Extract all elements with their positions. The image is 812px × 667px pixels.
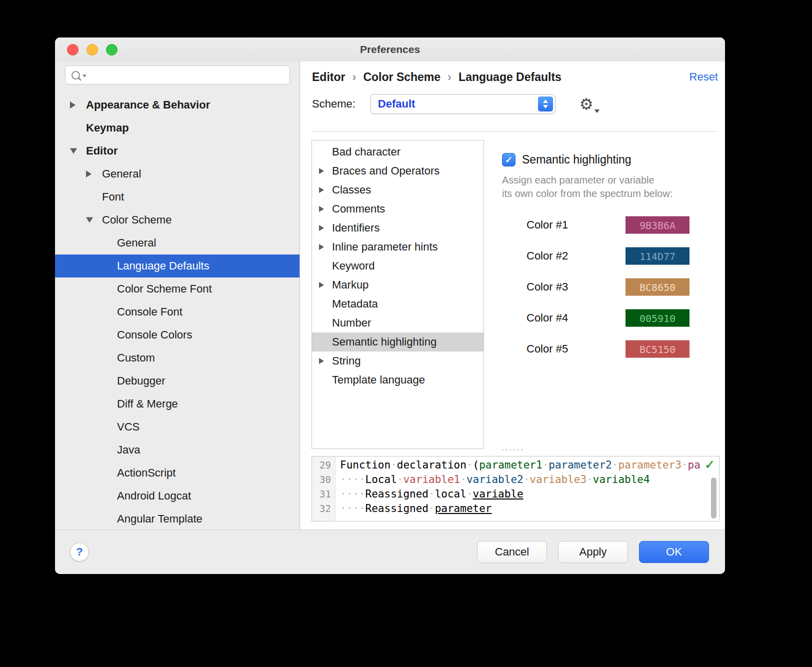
code-token: · [397, 474, 404, 486]
cancel-button[interactable]: Cancel [477, 541, 547, 563]
close-button[interactable] [67, 44, 78, 56]
check-icon: ✓ [505, 154, 512, 166]
chevron-down-icon[interactable] [86, 218, 93, 223]
color-swatch-color-3[interactable]: BC8650 [626, 278, 690, 296]
chevron-right-icon[interactable] [319, 168, 324, 174]
description-line-2: its own color from the spectrum below: [502, 187, 720, 200]
code-token: variable3 [530, 474, 586, 486]
line-number: 32 [312, 503, 335, 514]
element-item-inline-parameter-hints[interactable]: Inline parameter hints [312, 238, 484, 256]
chevron-right-icon[interactable] [319, 358, 324, 364]
element-item-template-language[interactable]: Template language [312, 370, 484, 390]
sidebar-item-label: Java [117, 444, 140, 456]
sidebar-item-vcs[interactable]: VCS [55, 416, 300, 438]
splitter-handle[interactable]: ······ [501, 446, 524, 452]
chevron-down-icon [543, 105, 548, 108]
element-item-string[interactable]: String [312, 352, 484, 370]
sidebar-item-appearance-behavior[interactable]: Appearance & Behavior [55, 94, 300, 116]
sidebar-item-color-scheme[interactable]: Color Scheme [55, 208, 300, 232]
sidebar-item-console-colors[interactable]: Console Colors [55, 324, 300, 346]
sidebar-item-keymap[interactable]: Keymap [55, 116, 300, 140]
chevron-right-icon[interactable] [319, 187, 324, 193]
scheme-select[interactable]: Default [370, 94, 556, 114]
line-number: 30 [312, 474, 335, 485]
chevron-right-icon[interactable] [86, 170, 92, 178]
sidebar-item-angular-template[interactable]: Angular Template [55, 508, 300, 530]
color-swatch-color-5[interactable]: BC5150 [626, 340, 690, 358]
color-swatch-color-1[interactable]: 9B3B6A [626, 216, 690, 234]
element-item-comments[interactable]: Comments [312, 200, 484, 218]
chevron-right-icon[interactable] [319, 244, 324, 250]
sidebar-item-console-font[interactable]: Console Font [55, 300, 300, 324]
sidebar-item-font[interactable]: Font [55, 186, 300, 208]
breadcrumb-editor[interactable]: Editor [312, 70, 345, 84]
sidebar-item-general[interactable]: General [55, 232, 300, 254]
reset-link[interactable]: Reset [690, 70, 718, 84]
element-item-number[interactable]: Number [312, 314, 484, 332]
sidebar-item-android-logcat[interactable]: Android Logcat [55, 484, 300, 508]
inspection-ok-icon: ✓ [704, 458, 715, 472]
preferences-window: Preferences Appearance & BehaviorKeymapE… [55, 38, 725, 574]
chevron-up-icon [543, 100, 548, 103]
footer-bar: ? Cancel Apply OK [55, 530, 725, 574]
chevron-down-icon[interactable] [70, 148, 77, 154]
window-title: Preferences [360, 44, 420, 56]
element-item-label: Template language [332, 374, 425, 386]
code-token: ···· [340, 488, 366, 500]
code-token: · [612, 459, 618, 471]
zoom-button[interactable] [106, 44, 118, 56]
sidebar-item-debugger[interactable]: Debugger [55, 370, 300, 392]
element-item-bad-character[interactable]: Bad character [312, 142, 484, 162]
code-token: · [428, 488, 435, 500]
sidebar-item-custom[interactable]: Custom [55, 346, 300, 370]
chevron-right-icon[interactable] [319, 206, 324, 212]
minimize-button[interactable] [86, 44, 98, 56]
sidebar-item-color-scheme-font[interactable]: Color Scheme Font [55, 278, 300, 300]
element-item-label: Markup [332, 278, 368, 292]
chevron-right-icon[interactable] [70, 102, 76, 108]
element-item-label: Bad character [332, 146, 400, 158]
sidebar-item-java[interactable]: Java [55, 438, 300, 462]
chevron-right-icon[interactable] [319, 282, 324, 288]
element-item-metadata[interactable]: Metadata [312, 294, 484, 314]
element-item-label: Number [332, 316, 371, 330]
code-token: · [524, 474, 530, 486]
element-item-markup[interactable]: Markup [312, 276, 484, 294]
code-token: variable4 [593, 474, 650, 486]
code-token: Reassigned [366, 488, 428, 500]
color-swatch-color-2[interactable]: 114D77 [626, 248, 690, 265]
code-token: parameter2 [548, 459, 612, 471]
element-item-braces-and-operators[interactable]: Braces and Operators [312, 162, 484, 180]
color-row-color-2: Color #2114D77 [502, 240, 720, 272]
apply-button[interactable]: Apply [558, 541, 628, 563]
element-item-keyword[interactable]: Keyword [312, 256, 484, 276]
help-icon: ? [76, 546, 82, 558]
color-swatch-color-4[interactable]: 005910 [626, 310, 690, 327]
combo-stepper-icon[interactable] [538, 96, 553, 112]
sidebar-item-diff-merge[interactable]: Diff & Merge [55, 392, 300, 416]
gear-icon[interactable]: ⚙ [580, 96, 594, 112]
semantic-highlighting-checkbox[interactable]: ✓ [502, 153, 516, 166]
titlebar: Preferences [55, 38, 725, 62]
chevron-right-icon[interactable] [319, 225, 324, 231]
preview-scrollbar[interactable] [711, 478, 716, 518]
search-input[interactable] [89, 66, 290, 84]
help-button[interactable]: ? [70, 542, 89, 562]
element-item-semantic-highlighting[interactable]: Semantic highlighting [312, 332, 484, 352]
element-item-identifiers[interactable]: Identifiers [312, 218, 484, 238]
sidebar-item-editor[interactable]: Editor [55, 140, 300, 162]
ok-button[interactable]: OK [639, 541, 709, 563]
sidebar-item-general[interactable]: General [55, 162, 300, 186]
code-text: Function·declaration·(parameter1·paramet… [340, 459, 700, 471]
element-item-label: Keyword [332, 260, 375, 272]
sidebar-item-language-defaults[interactable]: Language Defaults [55, 254, 300, 278]
code-token: parameter3 [618, 459, 681, 471]
chevron-down-icon [594, 110, 600, 113]
breadcrumb-color-scheme[interactable]: Color Scheme [363, 70, 440, 84]
element-item-classes[interactable]: Classes [312, 180, 484, 200]
sidebar-item-label: Color Scheme Font [117, 282, 212, 296]
search-box[interactable] [65, 66, 290, 84]
code-text: ····Reassigned·parameter [340, 502, 492, 514]
sidebar-item-actionscript[interactable]: ActionScript [55, 462, 300, 484]
window-body: Appearance & BehaviorKeymapEditorGeneral… [55, 62, 725, 530]
